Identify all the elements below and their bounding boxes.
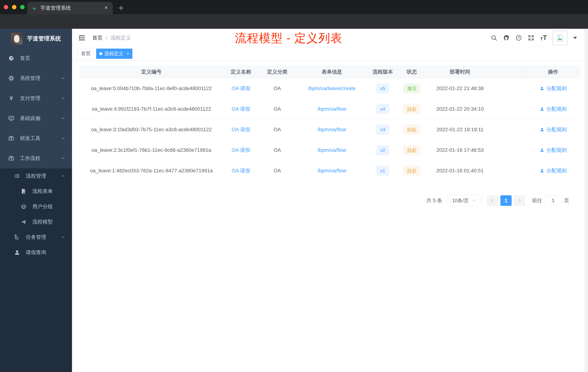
deploy-time: 2022-01-16 01:40:51 (436, 168, 484, 174)
sidebar-item-infrastructure[interactable]: 基础设施 (0, 108, 72, 128)
sidebar-item-task-mgmt[interactable]: 任务管理 (0, 230, 72, 245)
deploy-time: 2022-01-16 17:46:53 (436, 147, 484, 153)
definition-name-link[interactable]: OA 请假 (232, 167, 250, 174)
fullscreen-icon[interactable] (528, 34, 534, 41)
definition-table: 定义编号定义名称定义分类表单信息流程版本状态部署时间操作 oa_leave:5:… (79, 66, 580, 181)
assign-rule-button[interactable]: 分配规则 (539, 147, 567, 153)
navbar-actions: ? TT (491, 29, 577, 47)
column-header: 流程版本 (367, 66, 398, 78)
monitor-icon (8, 115, 15, 121)
definition-name-link[interactable]: OA 请假 (232, 147, 250, 153)
sidebar-item-label: 基础设施 (20, 115, 40, 122)
tag-home[interactable]: 首页 (78, 49, 94, 59)
table-header-row: 定义编号定义名称定义分类表单信息流程版本状态部署时间操作 (79, 66, 580, 78)
sidebar-item-workflow[interactable]: 工作流程 (0, 148, 72, 168)
help-icon[interactable]: ? (515, 34, 522, 41)
definition-category: OA (274, 127, 281, 132)
form-link[interactable]: /bpm/oa/flow (317, 168, 346, 174)
avatar-caret-icon[interactable] (573, 37, 577, 39)
sidebar-item-payment[interactable]: ¥支付管理 (0, 88, 72, 108)
page-size-select[interactable]: 10条/页 (447, 195, 482, 206)
macos-traffic-lights (4, 5, 25, 9)
sidebar-item-home[interactable]: 首页 (0, 48, 72, 68)
minimize-window-button[interactable] (12, 5, 16, 9)
deploy-time: 2022-01-22 21:48:38 (436, 86, 484, 91)
font-size-icon[interactable]: TT (540, 34, 547, 41)
version-badge: v3 (376, 125, 389, 134)
flowlist-icon (14, 173, 20, 179)
tag-close-icon[interactable]: × (126, 51, 129, 56)
sidebar-item-user-group[interactable]: 用户分组 (0, 199, 72, 214)
definition-category: OA (274, 147, 281, 153)
sidebar-item-process-model[interactable]: 流程模型 (0, 214, 72, 230)
table-row: oa_leave:5:004b710b-7b8a-11ec-8ef0-acde4… (79, 78, 580, 99)
definition-id: oa_leave:1:482ec033-762a-11ec-8477-a2380… (90, 168, 213, 174)
svg-text:¥: ¥ (10, 95, 13, 101)
table-row: oa_leave:3:1fad3d93-7b75-11ec-a3c8-acde4… (79, 119, 580, 140)
deploy-time: 2022-01-22 20:34:10 (436, 106, 484, 112)
sidebar-item-label: 流程表单 (32, 188, 53, 195)
form-link[interactable]: /bpm/oa/flow (317, 127, 346, 132)
status-badge: 挂起 (403, 104, 420, 114)
browser-tab-strip: 芋道管理系统 (0, 0, 588, 14)
briefcase-icon (8, 135, 15, 142)
column-header: 操作 (526, 66, 580, 78)
breadcrumb-home[interactable]: 首页 (92, 34, 103, 41)
person-icon (539, 107, 545, 111)
form-link[interactable]: /bpm/oa/flow (317, 147, 346, 153)
sidebar-fold-icon[interactable] (78, 34, 85, 42)
form-link[interactable]: /bpm/oa/flow (317, 106, 346, 112)
page-number-1[interactable]: 1 (500, 195, 512, 206)
assign-rule-button[interactable]: 分配规则 (539, 126, 567, 133)
sidebar-item-process-form[interactable]: 流程表单 (0, 184, 72, 199)
tree-icon (14, 234, 20, 241)
definition-name-link[interactable]: OA 请假 (232, 85, 250, 92)
sidebar-item-devtools[interactable]: 研发工具 (0, 128, 72, 148)
definition-name-link[interactable]: OA 请假 (232, 106, 250, 112)
person-icon (539, 168, 545, 173)
definition-category: OA (274, 86, 281, 91)
new-tab-button[interactable] (117, 4, 125, 12)
dashboard-icon (8, 55, 15, 62)
column-header: 定义名称 (224, 66, 258, 78)
sidebar-menu: 首页系统管理¥支付管理基础设施研发工具工作流程 (0, 48, 72, 168)
assign-rule-button[interactable]: 分配规则 (539, 167, 567, 174)
version-badge: v5 (376, 84, 389, 93)
definition-category: OA (274, 168, 281, 174)
prev-page-button[interactable] (487, 195, 498, 206)
sidebar-item-leave-query[interactable]: 请假查询 (0, 245, 72, 260)
sidebar-item-label: 工作流程 (20, 155, 40, 162)
zoom-window-button[interactable] (20, 5, 25, 9)
definition-id: oa_leave:4:991f2193-7b7f-11ec-a3c8-acde4… (92, 106, 211, 112)
sidebar-item-process-mgmt[interactable]: 流程管理 (0, 168, 72, 184)
column-header: 状态 (398, 66, 425, 78)
search-icon[interactable] (491, 34, 497, 41)
status-badge: 激活 (403, 84, 420, 93)
assign-rule-label: 分配规则 (546, 167, 567, 174)
assign-rule-button[interactable]: 分配规则 (539, 106, 567, 112)
status-badge: 挂起 (403, 145, 420, 155)
pagination: 共 5 条 10条/页 1 前往 1 页 (79, 195, 569, 206)
table-row: oa_leave:4:991f2193-7b7f-11ec-a3c8-acde4… (79, 99, 580, 119)
tag-home-label: 首页 (81, 50, 91, 57)
send-icon (20, 219, 27, 225)
close-window-button[interactable] (4, 5, 8, 9)
avatar[interactable] (553, 31, 567, 45)
table-row: oa_leave:1:482ec033-762a-11ec-8477-a2380… (79, 161, 580, 181)
assign-rule-button[interactable]: 分配规则 (539, 85, 567, 92)
tab-close-icon[interactable] (104, 5, 109, 11)
tag-process-definition[interactable]: 流程定义 × (96, 49, 132, 59)
sidebar-item-label: 研发工具 (20, 135, 40, 142)
assign-rule-label: 分配规则 (546, 147, 567, 153)
column-header: 定义分类 (258, 66, 296, 78)
definition-name-link[interactable]: OA 请假 (232, 126, 250, 133)
page-scrollbar[interactable] (585, 29, 588, 372)
chevron-down-icon (61, 116, 65, 121)
browser-tab[interactable]: 芋道管理系统 (27, 2, 113, 14)
form-link[interactable]: /bpm/oa/leave/create (308, 86, 356, 91)
next-page-button[interactable] (514, 195, 525, 206)
assign-rule-label: 分配规则 (546, 126, 567, 133)
goto-page-input[interactable]: 1 (545, 195, 561, 206)
github-icon[interactable] (503, 34, 510, 41)
sidebar-item-system[interactable]: 系统管理 (0, 68, 72, 88)
